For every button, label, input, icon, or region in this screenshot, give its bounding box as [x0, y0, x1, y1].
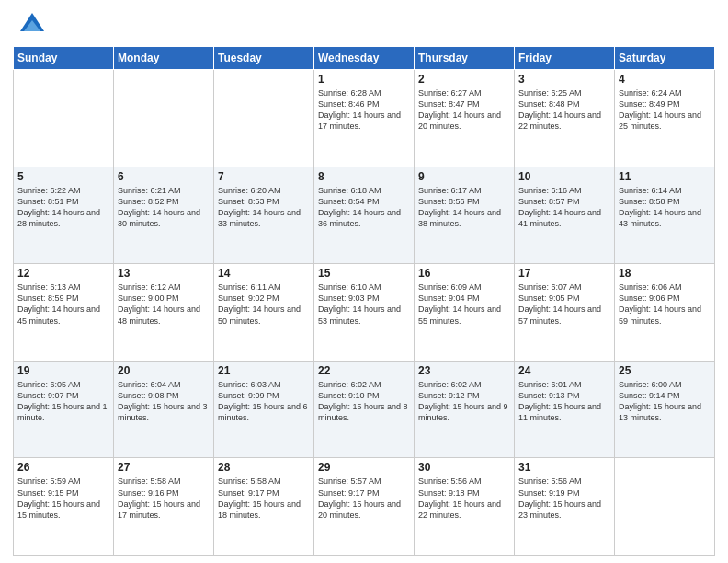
day-cell: 10Sunrise: 6:16 AM Sunset: 8:57 PM Dayli…	[515, 167, 615, 264]
col-header-saturday: Saturday	[615, 47, 715, 70]
day-number: 10	[518, 170, 610, 183]
day-number: 20	[118, 364, 210, 377]
day-number: 9	[418, 170, 510, 183]
day-number: 12	[17, 267, 109, 280]
day-cell: 15Sunrise: 6:10 AM Sunset: 9:03 PM Dayli…	[314, 264, 415, 362]
day-info: Sunrise: 6:20 AM Sunset: 8:53 PM Dayligh…	[218, 185, 310, 230]
day-info: Sunrise: 6:07 AM Sunset: 9:05 PM Dayligh…	[518, 282, 610, 327]
day-cell: 16Sunrise: 6:09 AM Sunset: 9:04 PM Dayli…	[415, 264, 515, 362]
day-info: Sunrise: 6:16 AM Sunset: 8:57 PM Dayligh…	[518, 185, 610, 230]
day-cell: 24Sunrise: 6:01 AM Sunset: 9:13 PM Dayli…	[515, 361, 615, 458]
day-cell	[114, 70, 214, 167]
day-number: 28	[218, 461, 310, 474]
day-number: 18	[619, 267, 711, 280]
day-cell: 30Sunrise: 5:56 AM Sunset: 9:18 PM Dayli…	[415, 458, 515, 556]
day-cell: 22Sunrise: 6:02 AM Sunset: 9:10 PM Dayli…	[314, 361, 415, 458]
header-row: SundayMondayTuesdayWednesdayThursdayFrid…	[14, 47, 715, 70]
day-info: Sunrise: 5:56 AM Sunset: 9:19 PM Dayligh…	[518, 476, 610, 521]
header	[0, 0, 728, 46]
page: SundayMondayTuesdayWednesdayThursdayFrid…	[0, 0, 728, 563]
day-number: 1	[318, 73, 410, 86]
day-info: Sunrise: 6:22 AM Sunset: 8:51 PM Dayligh…	[17, 185, 109, 230]
day-number: 16	[418, 267, 510, 280]
day-info: Sunrise: 5:58 AM Sunset: 9:16 PM Dayligh…	[118, 476, 210, 521]
day-cell: 3Sunrise: 6:25 AM Sunset: 8:48 PM Daylig…	[515, 70, 615, 167]
day-number: 8	[318, 170, 410, 183]
day-cell	[214, 70, 314, 167]
logo-icon	[18, 11, 46, 39]
week-row-4: 19Sunrise: 6:05 AM Sunset: 9:07 PM Dayli…	[14, 361, 715, 458]
day-info: Sunrise: 6:12 AM Sunset: 9:00 PM Dayligh…	[118, 282, 210, 327]
day-cell	[615, 458, 715, 556]
day-cell: 8Sunrise: 6:18 AM Sunset: 8:54 PM Daylig…	[314, 167, 415, 264]
day-info: Sunrise: 6:04 AM Sunset: 9:08 PM Dayligh…	[118, 379, 210, 424]
day-cell	[14, 70, 114, 167]
day-number: 19	[17, 364, 109, 377]
day-info: Sunrise: 6:27 AM Sunset: 8:47 PM Dayligh…	[418, 87, 510, 132]
day-number: 7	[218, 170, 310, 183]
day-cell: 25Sunrise: 6:00 AM Sunset: 9:14 PM Dayli…	[615, 361, 715, 458]
day-info: Sunrise: 5:58 AM Sunset: 9:17 PM Dayligh…	[218, 476, 310, 521]
day-info: Sunrise: 5:59 AM Sunset: 9:15 PM Dayligh…	[17, 476, 109, 521]
day-number: 24	[518, 364, 610, 377]
day-info: Sunrise: 6:02 AM Sunset: 9:10 PM Dayligh…	[318, 379, 410, 424]
day-cell: 1Sunrise: 6:28 AM Sunset: 8:46 PM Daylig…	[314, 70, 415, 167]
day-cell: 31Sunrise: 5:56 AM Sunset: 9:19 PM Dayli…	[515, 458, 615, 556]
day-info: Sunrise: 6:18 AM Sunset: 8:54 PM Dayligh…	[318, 185, 410, 230]
day-info: Sunrise: 6:25 AM Sunset: 8:48 PM Dayligh…	[518, 87, 610, 132]
day-cell: 27Sunrise: 5:58 AM Sunset: 9:16 PM Dayli…	[114, 458, 214, 556]
col-header-thursday: Thursday	[415, 47, 515, 70]
day-cell: 21Sunrise: 6:03 AM Sunset: 9:09 PM Dayli…	[214, 361, 314, 458]
day-number: 31	[518, 461, 610, 474]
day-cell: 5Sunrise: 6:22 AM Sunset: 8:51 PM Daylig…	[14, 167, 114, 264]
day-info: Sunrise: 5:57 AM Sunset: 9:17 PM Dayligh…	[318, 476, 410, 521]
day-number: 17	[518, 267, 610, 280]
day-cell: 4Sunrise: 6:24 AM Sunset: 8:49 PM Daylig…	[615, 70, 715, 167]
week-row-2: 5Sunrise: 6:22 AM Sunset: 8:51 PM Daylig…	[14, 167, 715, 264]
day-info: Sunrise: 6:28 AM Sunset: 8:46 PM Dayligh…	[318, 87, 410, 132]
day-cell: 19Sunrise: 6:05 AM Sunset: 9:07 PM Dayli…	[14, 361, 114, 458]
day-info: Sunrise: 6:24 AM Sunset: 8:49 PM Dayligh…	[619, 87, 711, 132]
day-cell: 2Sunrise: 6:27 AM Sunset: 8:47 PM Daylig…	[415, 70, 515, 167]
day-number: 29	[318, 461, 410, 474]
day-number: 2	[418, 73, 510, 86]
week-row-1: 1Sunrise: 6:28 AM Sunset: 8:46 PM Daylig…	[14, 70, 715, 167]
day-number: 6	[118, 170, 210, 183]
day-cell: 23Sunrise: 6:02 AM Sunset: 9:12 PM Dayli…	[415, 361, 515, 458]
col-header-sunday: Sunday	[14, 47, 114, 70]
day-cell: 13Sunrise: 6:12 AM Sunset: 9:00 PM Dayli…	[114, 264, 214, 362]
day-cell: 29Sunrise: 5:57 AM Sunset: 9:17 PM Dayli…	[314, 458, 415, 556]
day-cell: 11Sunrise: 6:14 AM Sunset: 8:58 PM Dayli…	[615, 167, 715, 264]
day-number: 11	[619, 170, 711, 183]
day-info: Sunrise: 6:03 AM Sunset: 9:09 PM Dayligh…	[218, 379, 310, 424]
day-cell: 6Sunrise: 6:21 AM Sunset: 8:52 PM Daylig…	[114, 167, 214, 264]
day-info: Sunrise: 6:14 AM Sunset: 8:58 PM Dayligh…	[619, 185, 711, 230]
day-number: 4	[619, 73, 711, 86]
day-cell: 12Sunrise: 6:13 AM Sunset: 8:59 PM Dayli…	[14, 264, 114, 362]
day-cell: 20Sunrise: 6:04 AM Sunset: 9:08 PM Dayli…	[114, 361, 214, 458]
day-info: Sunrise: 5:56 AM Sunset: 9:18 PM Dayligh…	[418, 476, 510, 521]
day-info: Sunrise: 6:05 AM Sunset: 9:07 PM Dayligh…	[17, 379, 109, 424]
day-cell: 7Sunrise: 6:20 AM Sunset: 8:53 PM Daylig…	[214, 167, 314, 264]
day-number: 25	[619, 364, 711, 377]
day-number: 3	[518, 73, 610, 86]
day-info: Sunrise: 6:17 AM Sunset: 8:56 PM Dayligh…	[418, 185, 510, 230]
day-number: 5	[17, 170, 109, 183]
week-row-5: 26Sunrise: 5:59 AM Sunset: 9:15 PM Dayli…	[14, 458, 715, 556]
day-info: Sunrise: 6:13 AM Sunset: 8:59 PM Dayligh…	[17, 282, 109, 327]
day-cell: 18Sunrise: 6:06 AM Sunset: 9:06 PM Dayli…	[615, 264, 715, 362]
day-number: 23	[418, 364, 510, 377]
day-cell: 14Sunrise: 6:11 AM Sunset: 9:02 PM Dayli…	[214, 264, 314, 362]
day-number: 15	[318, 267, 410, 280]
col-header-tuesday: Tuesday	[214, 47, 314, 70]
day-cell: 9Sunrise: 6:17 AM Sunset: 8:56 PM Daylig…	[415, 167, 515, 264]
day-info: Sunrise: 6:06 AM Sunset: 9:06 PM Dayligh…	[619, 282, 711, 327]
day-cell: 26Sunrise: 5:59 AM Sunset: 9:15 PM Dayli…	[14, 458, 114, 556]
day-info: Sunrise: 6:10 AM Sunset: 9:03 PM Dayligh…	[318, 282, 410, 327]
day-info: Sunrise: 6:02 AM Sunset: 9:12 PM Dayligh…	[418, 379, 510, 424]
col-header-friday: Friday	[515, 47, 615, 70]
day-info: Sunrise: 6:01 AM Sunset: 9:13 PM Dayligh…	[518, 379, 610, 424]
day-number: 14	[218, 267, 310, 280]
day-number: 30	[418, 461, 510, 474]
day-info: Sunrise: 6:21 AM Sunset: 8:52 PM Dayligh…	[118, 185, 210, 230]
